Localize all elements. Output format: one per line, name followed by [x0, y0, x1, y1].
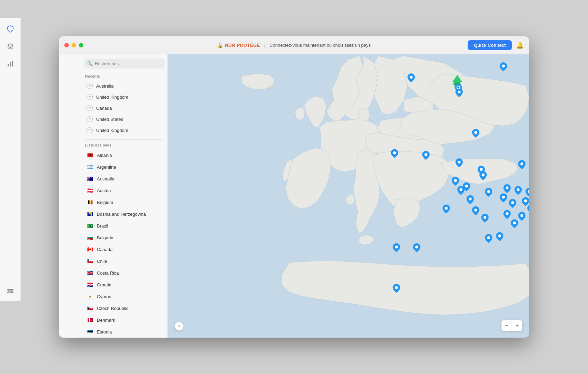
country-name: Cyprus: [97, 294, 111, 299]
country-flag: 🇨🇷: [86, 269, 93, 276]
country-flag: 🇧🇷: [86, 222, 93, 229]
svg-point-26: [481, 173, 485, 177]
help-button[interactable]: ?: [175, 322, 184, 331]
country-item[interactable]: 🇧🇦 Bosnia and Herzegovina: [84, 208, 165, 220]
country-flag: 🇩🇰: [86, 317, 93, 323]
svg-point-54: [415, 246, 419, 249]
recent-item[interactable]: United States: [84, 114, 165, 125]
svg-point-25: [465, 185, 468, 188]
search-icon: 🔍: [87, 61, 93, 66]
country-name: Bulgaria: [97, 235, 113, 240]
svg-point-31: [502, 196, 505, 199]
traffic-lights: [64, 43, 83, 47]
maximize-button[interactable]: [79, 43, 83, 47]
country-item[interactable]: 🇭🇷 Croatia: [84, 279, 165, 291]
svg-point-43: [484, 216, 487, 219]
svg-point-69: [457, 86, 459, 88]
svg-point-33: [517, 188, 520, 192]
minimize-button[interactable]: [72, 43, 76, 47]
svg-point-46: [520, 214, 523, 217]
recent-item[interactable]: Australia: [84, 80, 165, 91]
svg-point-42: [474, 208, 477, 212]
svg-point-24: [454, 179, 457, 182]
country-item[interactable]: 🇨🇿 Czech Republic: [84, 302, 165, 314]
clock-icon: [86, 83, 93, 89]
svg-point-51: [487, 236, 490, 239]
countries-list: 🇦🇱 Albania 🇦🇷 Argentina 🇦🇺 Australia 🇦🇹 …: [84, 149, 165, 338]
recent-item-name: Australia: [96, 83, 114, 89]
country-name: Albania: [97, 153, 112, 158]
status-hint: Connectez-vous maintenant ou choisissez …: [269, 43, 371, 48]
country-flag: 🇦🇱: [86, 152, 93, 159]
recent-item[interactable]: Canada: [84, 103, 165, 114]
section-divider: [85, 139, 163, 140]
country-item[interactable]: 🇨🇷 Costa Rica: [84, 267, 165, 279]
country-flag: 🇧🇬: [86, 234, 93, 241]
search-input[interactable]: [95, 61, 161, 66]
quick-connect-button[interactable]: Quick Connect: [468, 40, 512, 50]
country-flag: 🇨🇱: [86, 258, 93, 265]
map-svg: [168, 54, 529, 338]
country-name: Chile: [97, 259, 107, 264]
country-item[interactable]: 🇪🇪 Estonia: [84, 326, 165, 338]
svg-point-29: [487, 190, 490, 193]
svg-point-23: [520, 162, 523, 166]
country-item[interactable]: 🇦🇱 Albania: [84, 149, 165, 161]
country-item[interactable]: 🇧🇬 Bulgaria: [84, 232, 165, 243]
svg-point-53: [395, 246, 398, 249]
country-flag: 🇨🇿: [86, 305, 93, 312]
recent-item[interactable]: United Kingdom: [84, 91, 165, 103]
country-item[interactable]: 🇧🇪 Belgium: [84, 196, 165, 208]
zoom-out-button[interactable]: −: [502, 320, 512, 331]
country-item[interactable]: 🇩🇰 Denmark: [84, 314, 165, 326]
country-name: Denmark: [97, 318, 115, 323]
recent-item-name: United Kingdom: [96, 95, 128, 100]
country-item[interactable]: 🇨🇦 Canada: [84, 243, 165, 255]
clock-icon: [86, 127, 93, 133]
country-name: Australia: [97, 176, 114, 181]
country-item[interactable]: 🇦🇹 Austria: [84, 185, 165, 196]
country-flag: 🇨🇾: [86, 293, 93, 300]
sidebar: 🔍 Récents Australia United Kingdom: [59, 54, 168, 338]
svg-point-11: [502, 64, 505, 68]
country-item[interactable]: 🇦🇺 Australia: [84, 173, 165, 185]
svg-point-58: [395, 286, 398, 289]
titlebar: 🔓 NON PROTÉGÉ | Connectez-vous maintenan…: [59, 36, 529, 54]
svg-point-30: [506, 186, 509, 189]
lock-icon: 🔓: [217, 43, 223, 48]
country-flag: 🇦🇺: [86, 175, 93, 182]
zoom-controls: − +: [502, 320, 522, 331]
country-name: Belgium: [97, 200, 113, 205]
country-flag: 🇭🇷: [86, 281, 93, 288]
clock-icon: [86, 105, 93, 111]
status-text: NON PROTÉGÉ: [225, 43, 260, 48]
svg-point-21: [458, 161, 461, 164]
svg-point-35: [524, 199, 527, 203]
titlebar-right: Quick Connect 🔔: [468, 40, 524, 50]
country-item[interactable]: 🇧🇷 Brazil: [84, 220, 165, 232]
svg-point-32: [511, 201, 514, 204]
country-item[interactable]: 🇨🇾 Cyprus: [84, 291, 165, 302]
recent-item[interactable]: United Kingdom: [84, 125, 165, 136]
svg-point-28: [469, 197, 472, 201]
countries-label: Liste des pays: [85, 143, 165, 147]
country-name: Estonia: [97, 329, 112, 335]
country-name: Brazil: [97, 223, 108, 229]
map-area: ? − +: [168, 54, 529, 338]
recent-item-name: Canada: [96, 106, 112, 111]
titlebar-center: 🔓 NON PROTÉGÉ | Connectez-vous maintenan…: [217, 43, 371, 48]
svg-point-10: [410, 75, 413, 79]
country-name: Czech Republic: [97, 306, 128, 311]
close-button[interactable]: [64, 43, 69, 47]
country-flag: 🇧🇦: [86, 211, 93, 217]
zoom-in-button[interactable]: +: [512, 320, 522, 331]
notification-bell-button[interactable]: 🔔: [516, 42, 524, 49]
status-separator: |: [264, 43, 265, 48]
recents-label: Récents: [85, 74, 165, 78]
country-name: Croatia: [97, 282, 111, 287]
country-name: Austria: [97, 188, 111, 193]
recent-item-name: United States: [96, 117, 123, 122]
country-item[interactable]: 🇦🇷 Argentina: [84, 161, 165, 173]
search-bar[interactable]: 🔍: [84, 59, 165, 69]
country-item[interactable]: 🇨🇱 Chile: [84, 255, 165, 267]
